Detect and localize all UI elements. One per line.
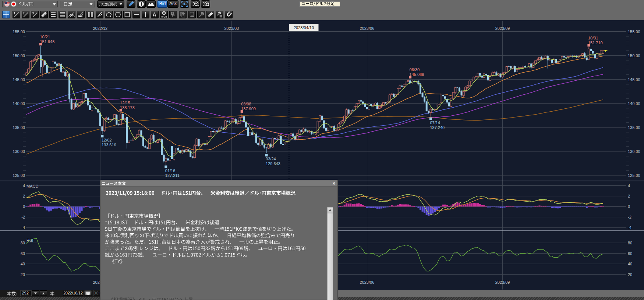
svg-text:125.00: 125.00 (13, 173, 25, 178)
svg-text:135.00: 135.00 (628, 125, 640, 130)
svg-text:RSI: RSI (26, 238, 33, 243)
svg-text:03/24: 03/24 (266, 157, 276, 161)
svg-text:2023/09: 2023/09 (495, 26, 510, 31)
svg-text:60: 60 (21, 251, 25, 256)
svg-text:80: 80 (21, 241, 25, 245)
svg-text:20: 20 (21, 272, 25, 277)
svg-text:138.173: 138.173 (120, 105, 135, 110)
svg-text:12/02: 12/02 (102, 138, 112, 142)
svg-text:10/31: 10/31 (588, 36, 598, 40)
svg-text:2: 2 (628, 194, 630, 198)
svg-text:125.00: 125.00 (628, 173, 640, 178)
svg-text:06/30: 06/30 (410, 67, 420, 72)
svg-text:-4: -4 (628, 225, 631, 230)
svg-text:133.616: 133.616 (102, 143, 116, 147)
svg-text:03/08: 03/08 (241, 102, 251, 106)
svg-text:40: 40 (628, 262, 632, 266)
svg-text:2023/09: 2023/09 (495, 280, 510, 285)
svg-text:151.710: 151.710 (588, 41, 603, 45)
svg-text:155.00: 155.00 (628, 29, 640, 34)
svg-text:2023/06: 2023/06 (360, 26, 375, 31)
svg-text:129.643: 129.643 (266, 161, 280, 166)
svg-text:4: 4 (628, 184, 630, 188)
svg-text:145.00: 145.00 (13, 77, 25, 82)
svg-text:10/21: 10/21 (40, 35, 50, 39)
svg-text:2023/04/10: 2023/04/10 (294, 25, 314, 30)
svg-text:40: 40 (21, 262, 25, 266)
svg-text:127.211: 127.211 (165, 173, 180, 178)
svg-text:155.00: 155.00 (13, 29, 25, 34)
svg-text:130.00: 130.00 (13, 149, 25, 154)
svg-text:145.069: 145.069 (410, 72, 424, 77)
svg-text:-4: -4 (21, 225, 25, 230)
svg-text:2023/06: 2023/06 (360, 280, 375, 285)
svg-text:07/14: 07/14 (430, 121, 440, 125)
svg-text:140.00: 140.00 (628, 101, 640, 106)
svg-text:01/16: 01/16 (165, 168, 176, 173)
svg-text:151.945: 151.945 (40, 39, 55, 44)
svg-text:80: 80 (628, 241, 632, 245)
svg-text:2022/12: 2022/12 (93, 26, 107, 31)
svg-text:2023/03: 2023/03 (224, 26, 239, 31)
svg-text:0: 0 (628, 204, 630, 209)
svg-text:150.00: 150.00 (628, 53, 640, 58)
svg-text:60: 60 (628, 251, 632, 256)
svg-text:135.00: 135.00 (13, 125, 25, 130)
svg-text:140.00: 140.00 (13, 101, 25, 106)
svg-text:12/15: 12/15 (120, 101, 130, 105)
svg-text:-2: -2 (21, 215, 25, 219)
svg-text:150.00: 150.00 (13, 53, 25, 58)
svg-text:20: 20 (628, 272, 632, 277)
svg-text:MACD: MACD (26, 184, 38, 188)
svg-text:0: 0 (23, 204, 25, 209)
svg-text:-2: -2 (628, 215, 631, 219)
svg-text:137.909: 137.909 (241, 107, 256, 111)
svg-text:137.240: 137.240 (430, 125, 445, 130)
svg-text:130.00: 130.00 (628, 149, 640, 154)
svg-text:2: 2 (23, 194, 25, 198)
svg-text:4: 4 (23, 184, 25, 188)
svg-text:145.00: 145.00 (628, 77, 640, 82)
